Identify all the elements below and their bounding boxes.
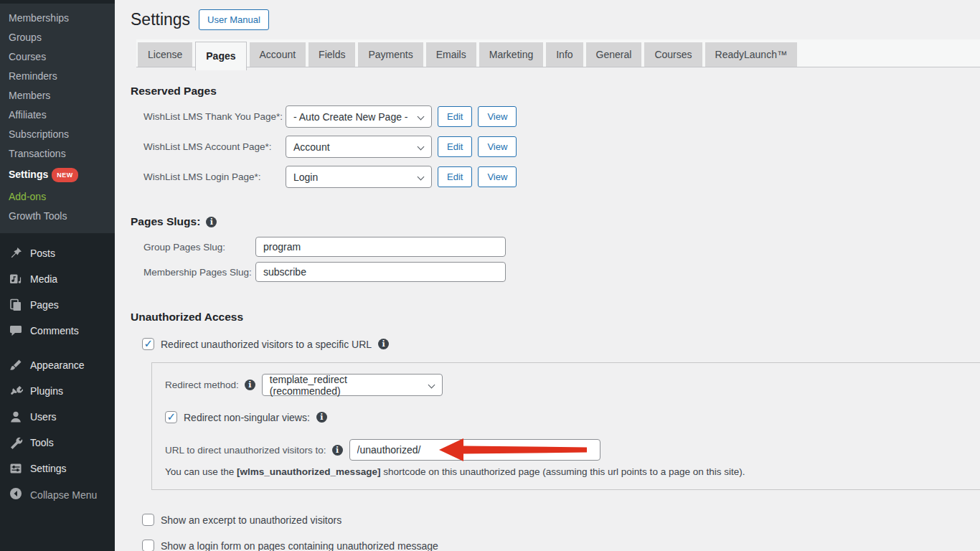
tab-fields[interactable]: Fields — [308, 42, 355, 67]
note-shortcode: [wlms_unauthorized_message] — [237, 466, 380, 477]
submenu-item-affiliates[interactable]: Affiliates — [0, 105, 115, 125]
menu-item-label: Tools — [30, 437, 54, 448]
note-suffix: shortcode on this unauthorized page (ass… — [380, 466, 745, 477]
tab-license[interactable]: License — [138, 42, 192, 67]
comments-icon — [9, 324, 23, 338]
menu-item-label: Plugins — [30, 385, 63, 397]
unauthorized-url-row: URL to direct unauthorized visitors to: … — [165, 439, 972, 461]
submenu-item-growth-tools[interactable]: Growth Tools — [0, 207, 115, 226]
thank-you-page-select[interactable]: - Auto Create New Page - — [286, 105, 432, 128]
tab-marketing[interactable]: Marketing — [479, 42, 543, 67]
user-manual-button[interactable]: User Manual — [199, 9, 269, 30]
menu-item-posts[interactable]: Posts — [0, 240, 115, 266]
unauthorized-url-input[interactable] — [349, 439, 600, 461]
submenu-item-transactions[interactable]: Transactions — [0, 144, 115, 164]
tools-icon — [9, 435, 23, 450]
plugins-icon — [9, 384, 23, 398]
show-excerpt-label: Show an excerpt to unauthorized visitors — [161, 514, 341, 526]
menu-item-plugins[interactable]: Plugins — [0, 378, 115, 404]
show-login-form-checkbox[interactable] — [142, 540, 154, 551]
menu-item-comments[interactable]: Comments — [0, 318, 115, 344]
login-page-label: WishList LMS Login Page*: — [143, 171, 286, 182]
menu-item-users[interactable]: Users — [0, 404, 115, 430]
collapse-menu-button[interactable]: Collapse Menu — [0, 481, 115, 509]
selected-value: Account — [293, 141, 330, 153]
show-login-form-row: Show a login form on pages containing un… — [142, 540, 980, 551]
account-page-label: WishList LMS Account Page*: — [143, 141, 286, 152]
shortcode-note: You can use the [wlms_unauthorized_messa… — [165, 466, 972, 477]
info-icon[interactable]: i — [378, 339, 389, 349]
info-icon[interactable]: i — [206, 217, 217, 227]
menu-item-tools[interactable]: Tools — [0, 430, 115, 456]
info-icon[interactable]: i — [245, 380, 255, 390]
submenu-item-subscriptions[interactable]: Subscriptions — [0, 125, 115, 144]
login-page-select[interactable]: Login — [286, 166, 432, 188]
appearance-icon — [9, 358, 23, 372]
view-thank-you-button[interactable]: View — [478, 106, 517, 127]
group-slug-input[interactable] — [255, 237, 506, 257]
submenu-item-settings[interactable]: SettingsNEW — [0, 164, 115, 187]
menu-item-label: Settings — [30, 463, 67, 474]
membership-slug-row: Membership Pages Slug: — [143, 262, 980, 282]
tab-info[interactable]: Info — [546, 42, 583, 67]
edit-login-button[interactable]: Edit — [438, 166, 472, 187]
submenu-item-add-ons[interactable]: Add-ons — [0, 187, 115, 207]
menu-item-label: Pages — [30, 299, 59, 311]
menu-item-label: Media — [30, 273, 57, 285]
submenu-item-courses[interactable]: Courses — [0, 47, 115, 67]
redirect-settings-box: Redirect method: i template_redirect (re… — [151, 362, 980, 490]
view-login-button[interactable]: View — [478, 166, 517, 187]
menu-item-pages[interactable]: Pages — [0, 292, 115, 318]
selected-value: template_redirect (recommended) — [270, 374, 420, 397]
tab-general[interactable]: General — [586, 42, 642, 67]
menu-item-label: Appearance — [30, 359, 85, 371]
submenu-item-members[interactable]: Members — [0, 86, 115, 105]
media-icon — [9, 272, 23, 286]
view-account-button[interactable]: View — [478, 136, 517, 157]
membership-slug-input[interactable] — [255, 262, 506, 282]
tab-payments[interactable]: Payments — [358, 42, 423, 67]
edit-account-button[interactable]: Edit — [438, 136, 472, 157]
pages-slugs-heading: Pages Slugs: i — [131, 215, 980, 228]
info-icon[interactable]: i — [316, 412, 327, 423]
menu-item-label: Posts — [30, 248, 55, 259]
tab-courses[interactable]: Courses — [644, 42, 702, 67]
non-singular-checkbox[interactable] — [165, 411, 177, 423]
settings-page: Settings User Manual License Pages Accou… — [115, 0, 980, 551]
redirect-method-select[interactable]: template_redirect (recommended) — [262, 374, 443, 396]
tab-pages[interactable]: Pages — [195, 42, 246, 70]
chevron-down-icon — [418, 113, 425, 121]
menu-item-media[interactable]: Media — [0, 266, 115, 292]
reserved-pages-heading: Reserved Pages — [131, 85, 980, 98]
redirect-method-row: Redirect method: i template_redirect (re… — [165, 374, 972, 396]
submenu-item-reminders[interactable]: Reminders — [0, 67, 115, 86]
menu-item-settings[interactable]: Settings — [0, 456, 115, 481]
plugin-submenu: Memberships Groups Courses Reminders Mem… — [0, 4, 115, 233]
pages-slugs-heading-text: Pages Slugs: — [131, 215, 200, 228]
show-excerpt-checkbox[interactable] — [142, 514, 154, 526]
group-slug-row: Group Pages Slug: — [143, 237, 980, 257]
wp-admin-menu: Posts Media Pages Comments Appearance Pl… — [0, 233, 115, 481]
non-singular-label: Redirect non-singular views: — [184, 412, 310, 423]
tab-emails[interactable]: Emails — [426, 42, 476, 67]
unauthorized-url-label: URL to direct unauthorized visitors to: — [165, 445, 326, 456]
users-icon — [9, 410, 23, 424]
chevron-down-icon — [418, 143, 425, 151]
submenu-item-memberships[interactable]: Memberships — [0, 9, 115, 28]
menu-item-appearance[interactable]: Appearance — [0, 352, 115, 378]
account-page-select[interactable]: Account — [286, 136, 432, 158]
account-page-row: WishList LMS Account Page*: Account Edit… — [143, 136, 980, 158]
menu-item-label: Users — [30, 411, 57, 423]
submenu-item-groups[interactable]: Groups — [0, 28, 115, 47]
admin-sidebar: Memberships Groups Courses Reminders Mem… — [0, 0, 115, 551]
page-title: Settings — [131, 10, 190, 29]
tab-account[interactable]: Account — [250, 42, 306, 67]
tab-readylaunch[interactable]: ReadyLaunch™ — [705, 42, 797, 67]
submenu-settings-label: Settings — [9, 169, 48, 180]
chevron-down-icon — [418, 174, 425, 181]
edit-thank-you-button[interactable]: Edit — [438, 106, 472, 127]
info-icon[interactable]: i — [332, 445, 343, 456]
redirect-unauthorized-checkbox[interactable] — [142, 338, 154, 350]
non-singular-row: Redirect non-singular views: i — [165, 411, 972, 423]
settings-tabbar: License Pages Account Fields Payments Em… — [136, 39, 980, 67]
